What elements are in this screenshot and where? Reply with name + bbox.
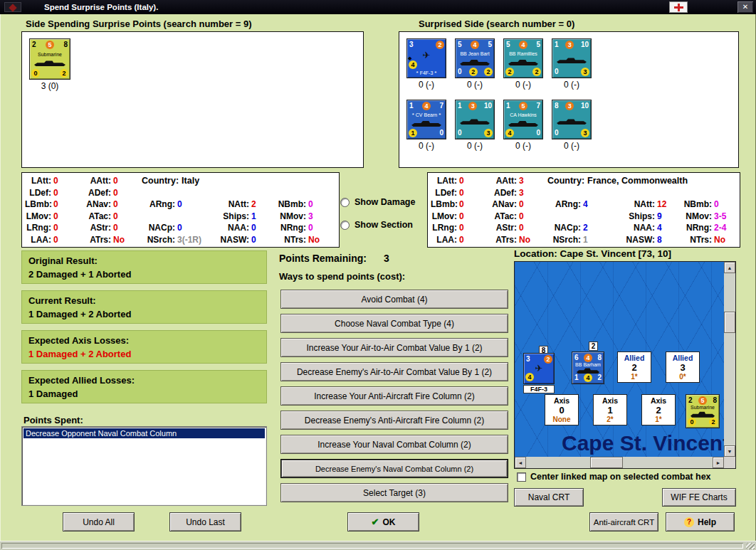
result-title: Expected Allied Losses: <box>28 374 260 387</box>
spend-button-decrease-enemy-s-anti-aircraft-fire-column[interactable]: Decrease Enemy's Anti-Aircraft Fire Colu… <box>280 411 508 430</box>
stat-ntrs: NTrs:No <box>277 234 334 246</box>
unit-counter-submarine[interactable]: 258Submarine02 <box>686 394 720 428</box>
map-vertical-scrollbar[interactable]: ▲ ▼ <box>724 262 735 457</box>
resize-grip-icon[interactable] <box>746 543 755 549</box>
help-button-label: Help <box>698 517 716 527</box>
naval-crt-button[interactable]: Naval CRT <box>514 488 584 507</box>
factor-sub-value: 1* <box>655 415 661 424</box>
status-bar-panel <box>1 543 743 549</box>
scroll-right-arrow-icon[interactable]: ► <box>713 457 724 468</box>
strength-value: 0 <box>554 68 560 76</box>
stat-nbmb: NBmb:0 <box>683 199 740 211</box>
spend-button-increase-your-naval-combat-column-2-[interactable]: Increase Your Naval Combat Column (2) <box>280 435 508 454</box>
undo-all-button[interactable]: Undo All <box>63 512 135 532</box>
unit-name: Submarine <box>31 52 68 58</box>
unit-counter-ship[interactable]: 131003 <box>455 100 495 139</box>
stat-anav: ANav:0 <box>82 199 142 211</box>
anti-aircraft-crt-button[interactable]: Anti-aircraft CRT <box>589 512 658 532</box>
stat-lrng: LRng:0 <box>25 222 82 234</box>
strength-value: 1 <box>409 102 414 110</box>
stack-count-label: 2 <box>589 342 598 351</box>
unit-counter-cv-bearn[interactable]: 147*CV Bearn*10 <box>406 100 446 139</box>
points-remaining: Points Remaining:3 <box>279 253 389 264</box>
unit-name: BB Jean Bart <box>457 51 493 57</box>
unit-counter-bb-jean-bart[interactable]: 545BB Jean Bart022 <box>455 38 495 78</box>
ship-silhouette-icon <box>691 411 715 418</box>
spend-button-choose-naval-combat-type-4-[interactable]: Choose Naval Combat Type (4) <box>280 314 508 333</box>
map-view[interactable]: Cape St. Vincent 8232✈4F4F-3F4F-3648BB B… <box>515 262 724 457</box>
strength-circle: 3 <box>565 102 574 110</box>
unit-counter-bb-ramillies[interactable]: 545BB Ramillies22 <box>503 38 543 78</box>
map-unit-f4f-3[interactable]: 32✈4F4F-3F4F-3 <box>523 353 555 393</box>
vertical-scroll-thumb[interactable] <box>724 312 735 333</box>
points-spent-list[interactable]: Decrease Opponent Naval Combat Column <box>21 426 267 506</box>
stat-astr: AStr:0 <box>82 222 142 234</box>
spend-options: Avoid Combat (4)Choose Naval Combat Type… <box>280 290 508 507</box>
spend-button-decrease-enemy-s-air-to-air-combat-value-b[interactable]: Decrease Enemy's Air-to-Air Combat Value… <box>280 362 508 381</box>
unit-counter-f4f-3[interactable]: 32✈4*F4F-3*◆ <box>406 38 446 78</box>
stat-atrs: ATrs:No <box>488 234 547 246</box>
result-box-2: Expected Axis Losses:1 Damaged + 2 Abort… <box>21 330 267 364</box>
strength-value: 2 <box>31 41 37 49</box>
unit-counter-ship[interactable]: 831003 <box>552 100 592 139</box>
strength-circle: 2 <box>505 68 514 76</box>
center-map-checkbox-label: Center linked map on selected combat hex <box>530 472 711 482</box>
factor-value: 3 <box>680 363 685 372</box>
strength-value: 0 <box>457 129 463 137</box>
unit-counter-bb-barham[interactable]: 648BB Barham142 <box>572 351 604 384</box>
stat-aatt: AAtt:3 <box>488 175 547 187</box>
strength-circle: 3 <box>484 129 493 137</box>
strength-circle: 5 <box>46 41 54 49</box>
radio-icon[interactable] <box>340 198 350 207</box>
unit-counter-f4f-3[interactable]: 32✈4F4F-3 <box>523 353 555 384</box>
radio-icon[interactable] <box>340 221 350 230</box>
strength-value: 0 <box>535 129 541 137</box>
strength-circle: 3 <box>468 102 477 110</box>
wif-fe-charts-button[interactable]: WIF FE Charts <box>662 488 736 507</box>
stat-nsrch: NSrch:3(-1R) <box>142 234 219 246</box>
stat-latt: LAtt:0 <box>431 175 488 187</box>
stat-nasw: NASW:8 <box>624 234 683 246</box>
radio-option-show-damage[interactable]: Show Damage <box>340 197 415 207</box>
radio-option-show-section[interactable]: Show Section <box>340 220 415 230</box>
map-unit-bb-barham[interactable]: 648BB Barham142 <box>572 351 604 384</box>
ways-to-spend-label: Ways to spend points (cost): <box>279 271 405 282</box>
ok-button[interactable]: ✔OK <box>347 512 419 532</box>
spend-button-select-target-3-[interactable]: Select Target (3) <box>280 483 508 502</box>
result-value: 2 Damaged + 1 Aborted <box>28 268 260 281</box>
undo-last-button[interactable]: Undo Last <box>169 512 241 532</box>
close-button[interactable]: ✕ <box>737 1 753 13</box>
spend-button-avoid-combat-4-[interactable]: Avoid Combat (4) <box>280 290 508 309</box>
unit-counter-submarine[interactable]: 258Submarine02 <box>29 38 70 80</box>
spend-button-increase-your-anti-aircraft-fire-column-2-[interactable]: Increase Your Anti-Aircraft Fire Column … <box>280 386 508 406</box>
unit-counter-ship[interactable]: 131003 <box>552 38 592 78</box>
ship-silhouette-icon <box>460 59 490 65</box>
spend-button-increase-your-air-to-air-combat-value-by-1[interactable]: Increase Your Air-to-Air Combat Value By… <box>280 338 508 357</box>
scroll-left-arrow-icon[interactable]: ◄ <box>515 457 526 468</box>
horizontal-scroll-thumb[interactable] <box>590 457 623 468</box>
points-spent-item[interactable]: Decrease Opponent Naval Combat Column <box>23 428 265 438</box>
ship-silhouette-icon <box>508 59 538 65</box>
stat-laa: LAA:0 <box>431 234 488 246</box>
unit-loss-label: 0 (-) <box>455 141 495 151</box>
strength-circle: 4 <box>505 129 514 137</box>
carrier-diamond-icon: ◆ <box>408 55 411 61</box>
center-map-checkbox[interactable] <box>517 472 526 482</box>
spend-button-decrease-enemy-s-naval-combat-column-2-[interactable]: Decrease Enemy's Naval Combat Column (2) <box>280 459 508 478</box>
map-horizontal-scrollbar[interactable]: ◄ ► <box>515 457 724 468</box>
scroll-down-arrow-icon[interactable]: ▼ <box>724 445 735 457</box>
strength-value: 5 <box>457 41 463 49</box>
stat-lrng: LRng:0 <box>431 222 488 234</box>
factor-side-label: Axis <box>651 396 666 406</box>
help-button[interactable]: ?Help <box>666 512 735 532</box>
strength-value: 8 <box>63 41 68 49</box>
stat-arng: ARng:0 <box>142 199 219 211</box>
stat-nmov: NMov:3-5 <box>683 211 740 223</box>
unit-counter-ca-hawkins[interactable]: 157CA Hawkins40 <box>503 100 543 139</box>
titlebar: Spend Surprise Points (Italy). ✕ <box>0 0 756 14</box>
stat-latt: LAtt:0 <box>25 175 82 187</box>
unit-name: BB Barham <box>574 362 602 368</box>
map-unit-submarine[interactable]: 258Submarine02 <box>686 394 720 428</box>
strength-value: 7 <box>439 102 444 110</box>
scroll-up-arrow-icon[interactable]: ▲ <box>724 262 735 273</box>
